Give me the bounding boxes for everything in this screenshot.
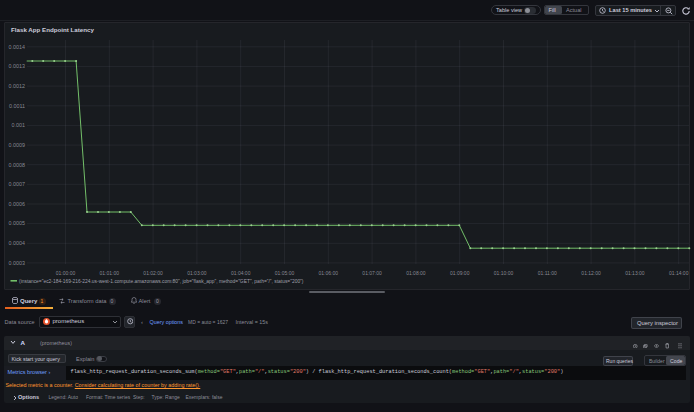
svg-text:0.0003: 0.0003 — [9, 260, 26, 266]
svg-text:01:05:00: 01:05:00 — [275, 270, 295, 276]
svg-text:01:02:00: 01:02:00 — [143, 270, 163, 276]
svg-text:0.0009: 0.0009 — [9, 142, 26, 148]
svg-text:01:13:00: 01:13:00 — [625, 270, 645, 276]
svg-text:01:14:00: 01:14:00 — [669, 270, 689, 276]
svg-text:01:01:00: 01:01:00 — [100, 270, 120, 276]
svg-text:0.0006: 0.0006 — [9, 201, 26, 207]
svg-text:0.0011: 0.0011 — [9, 103, 25, 109]
svg-text:01:10:00: 01:10:00 — [494, 270, 514, 276]
svg-text:01:09:00: 01:09:00 — [450, 270, 470, 276]
svg-text:01:04:00: 01:04:00 — [231, 270, 251, 276]
svg-text:01:07:00: 01:07:00 — [362, 270, 382, 276]
svg-text:01:11:00: 01:11:00 — [538, 270, 557, 276]
svg-text:0.001: 0.001 — [12, 122, 26, 128]
svg-text:0.0008: 0.0008 — [9, 162, 26, 168]
svg-text:01:08:00: 01:08:00 — [406, 270, 426, 276]
svg-text:01:12:00: 01:12:00 — [581, 270, 601, 276]
svg-text:(instance="ec2-184-169-216-224: (instance="ec2-184-169-216-224.us-west-1… — [19, 279, 304, 284]
svg-text:01:06:00: 01:06:00 — [319, 270, 339, 276]
svg-text:01:03:00: 01:03:00 — [187, 270, 207, 276]
svg-text:0.0007: 0.0007 — [9, 181, 26, 187]
svg-text:0.0012: 0.0012 — [9, 83, 26, 89]
svg-text:0.0014: 0.0014 — [9, 44, 26, 50]
svg-text:0.0004: 0.0004 — [9, 240, 26, 246]
svg-text:01:00:00: 01:00:00 — [56, 270, 76, 276]
svg-text:0.0013: 0.0013 — [9, 63, 26, 69]
svg-text:0.0005: 0.0005 — [9, 220, 26, 226]
